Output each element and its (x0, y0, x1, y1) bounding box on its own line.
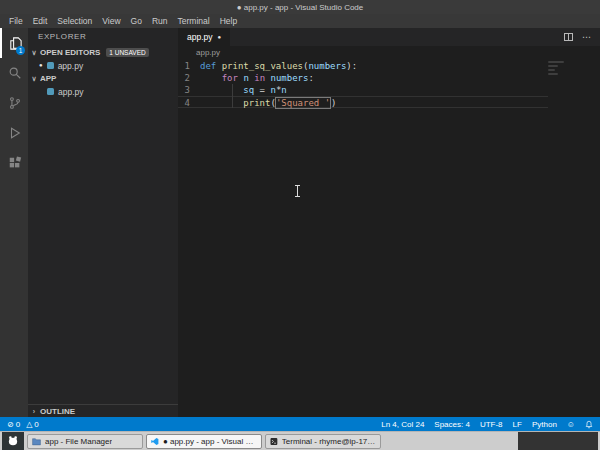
open-editors-header[interactable]: ∨ OPEN EDITORS 1 UNSAVED (28, 46, 178, 59)
open-editor-filename: app.py (58, 61, 84, 71)
code-token: in (254, 73, 265, 83)
folder-name-label: APP (40, 74, 56, 83)
line-number[interactable]: 3 (178, 84, 200, 96)
notifications-bell-icon[interactable] (585, 420, 593, 429)
code-line[interactable]: 4 print('Squared ') (178, 96, 548, 108)
open-editor-item-app-py[interactable]: ● app.py (28, 59, 178, 72)
unsaved-count-badge: 1 (16, 46, 25, 55)
folder-section-header[interactable]: ∨ APP (28, 72, 178, 85)
code-line[interactable]: 3 sq = n*n (178, 84, 548, 96)
applications-menu-button[interactable] (2, 432, 24, 450)
breadcrumb[interactable]: app.py (178, 46, 600, 58)
activity-bar: 1 (0, 28, 28, 417)
status-bar: ⊘ 0 △ 0 Ln 4, Col 24 Spaces: 4 UTF-8 LF … (0, 417, 600, 431)
split-editor-icon[interactable] (564, 33, 573, 41)
warning-count: 0 (34, 420, 38, 429)
code-text: sq = n*n (200, 84, 287, 96)
chevron-right-icon: › (28, 408, 40, 415)
tab-bar: app.py ● ⋯ (178, 28, 600, 46)
code-line[interactable]: 1def print_sq_values(numbers): (178, 60, 548, 72)
code-text: def print_sq_values(numbers): (200, 60, 357, 72)
run-debug-icon[interactable] (0, 118, 28, 148)
more-actions-icon[interactable]: ⋯ (582, 32, 592, 42)
code-token: n (281, 85, 286, 95)
search-icon[interactable] (0, 58, 28, 88)
taskbar-window-terminal[interactable]: Terminal - rhyme@ip-172-31... (265, 434, 381, 449)
terminal-icon (270, 437, 278, 446)
explorer-sidebar: EXPLORER ∨ OPEN EDITORS 1 UNSAVED ● app.… (28, 28, 178, 417)
breadcrumb-file[interactable]: app.py (196, 48, 220, 57)
menu-item-run[interactable]: Run (147, 16, 173, 26)
menu-bar: File Edit Selection View Go Run Terminal… (0, 14, 600, 28)
taskbar-window-label: ● app.py - app - Visual Studi... (163, 437, 257, 446)
code-token: def (200, 61, 222, 71)
taskbar-window-vscode[interactable]: ● app.py - app - Visual Studi... (146, 434, 262, 449)
system-tray (518, 432, 598, 450)
code-token: sq (243, 85, 254, 95)
python-file-icon (47, 88, 54, 95)
extensions-icon[interactable] (0, 148, 28, 178)
vscode-icon (151, 437, 159, 446)
problems-indicator[interactable]: ⊘ 0 △ 0 (7, 420, 39, 429)
editor-actions: ⋯ (564, 28, 592, 46)
line-number[interactable]: 1 (178, 60, 200, 72)
code-text: for n in numbers: (200, 72, 314, 84)
outline-label: OUTLINE (40, 407, 75, 416)
taskbar-window-label: app - File Manager (45, 437, 112, 446)
os-taskbar: app - File Manager ● app.py - app - Visu… (0, 431, 600, 450)
code-token: print (243, 98, 270, 108)
code-token: ): (346, 61, 357, 71)
dirty-dot-icon: ● (218, 31, 222, 44)
code-token: ) (331, 98, 336, 108)
menu-item-edit[interactable]: Edit (28, 16, 53, 26)
code-text: print('Squared ') (200, 97, 336, 107)
window-title: ● app.py - app - Visual Studio Code (237, 3, 364, 12)
dirty-dot-icon: ● (39, 59, 43, 72)
code-token: = (254, 85, 270, 95)
code-editor[interactable]: 1def print_sq_values(numbers):2 for n in… (178, 58, 600, 417)
menu-item-help[interactable]: Help (215, 16, 242, 26)
taskbar-window-file-manager[interactable]: app - File Manager (27, 434, 143, 449)
code-token: 'Squared ' (276, 98, 330, 108)
mouse-ibeam-cursor (297, 186, 298, 196)
explorer-icon[interactable]: 1 (0, 28, 28, 58)
line-number[interactable]: 4 (178, 97, 200, 107)
line-number[interactable]: 2 (178, 72, 200, 84)
code-line[interactable]: 2 for n in numbers: (178, 72, 548, 84)
outline-section-header[interactable]: › OUTLINE (28, 404, 178, 417)
eol-setting[interactable]: LF (513, 420, 522, 429)
tree-item-app-py[interactable]: app.py (28, 85, 178, 98)
error-icon: ⊘ (7, 420, 14, 429)
encoding-setting[interactable]: UTF-8 (480, 420, 503, 429)
source-control-icon[interactable] (0, 88, 28, 118)
tree-item-filename: app.py (58, 87, 84, 97)
language-mode[interactable]: Python (532, 420, 557, 429)
indentation-setting[interactable]: Spaces: 4 (434, 420, 470, 429)
minimap[interactable] (548, 61, 586, 77)
code-token: numbers (308, 61, 346, 71)
python-file-icon (47, 62, 54, 69)
menu-item-terminal[interactable]: Terminal (173, 16, 215, 26)
cursor-position[interactable]: Ln 4, Col 24 (381, 420, 424, 429)
editor-group: app.py ● ⋯ app.py 1def print_sq_values(n… (178, 28, 600, 417)
code-token (200, 85, 243, 95)
code-token: numbers (270, 73, 308, 83)
code-token (200, 98, 243, 108)
code-token (200, 73, 222, 83)
menu-item-view[interactable]: View (97, 16, 125, 26)
indent-guide (232, 84, 233, 108)
menu-item-file[interactable]: File (4, 16, 28, 26)
folder-icon (32, 437, 41, 446)
vscode-window: ● app.py - app - Visual Studio Code File… (0, 0, 600, 450)
feedback-icon[interactable]: ☺ (567, 420, 575, 429)
code-token: print_sq_values (222, 61, 303, 71)
menu-item-go[interactable]: Go (126, 16, 147, 26)
warning-icon: △ (26, 420, 32, 429)
taskbar-window-label: Terminal - rhyme@ip-172-31... (282, 437, 376, 446)
tab-app-py[interactable]: app.py ● (178, 28, 230, 46)
title-bar: ● app.py - app - Visual Studio Code (0, 0, 600, 14)
error-count: 0 (16, 420, 20, 429)
code-lines: 1def print_sq_values(numbers):2 for n in… (178, 60, 600, 108)
code-token: : (308, 73, 313, 83)
menu-item-selection[interactable]: Selection (52, 16, 97, 26)
